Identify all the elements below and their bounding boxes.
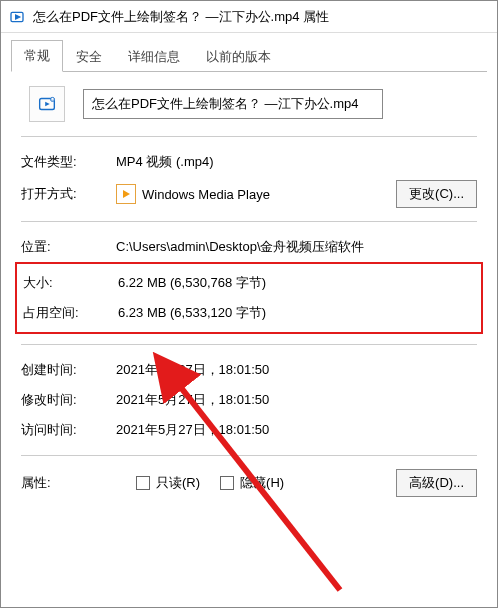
value-openwith: Windows Media Playe	[116, 184, 396, 204]
label-accessed: 访问时间:	[21, 421, 116, 439]
value-created: 2021年5月27日，18:01:50	[116, 361, 477, 379]
value-sizeondisk: 6.23 MB (6,533,120 字节)	[118, 304, 475, 322]
size-highlight: 大小: 6.22 MB (6,530,768 字节) 占用空间: 6.23 MB…	[15, 262, 483, 334]
wmp-icon	[116, 184, 136, 204]
tab-security[interactable]: 安全	[63, 41, 115, 72]
row-location: 位置: C:\Users\admin\Desktop\金舟视频压缩软件	[21, 232, 477, 262]
value-filetype: MP4 视频 (.mp4)	[116, 153, 477, 171]
checkbox-readonly-label: 只读(R)	[156, 474, 200, 492]
window-title: 怎么在PDF文件上绘制签名？ —江下办公.mp4 属性	[33, 8, 329, 26]
checkbox-box-icon	[220, 476, 234, 490]
advanced-button[interactable]: 高级(D)...	[396, 469, 477, 497]
divider	[21, 344, 477, 345]
value-size: 6.22 MB (6,530,768 字节)	[118, 274, 475, 292]
row-sizeondisk: 占用空间: 6.23 MB (6,533,120 字节)	[23, 298, 475, 328]
value-accessed: 2021年5月27日，18:01:50	[116, 421, 477, 439]
checkbox-box-icon	[136, 476, 150, 490]
divider	[21, 136, 477, 137]
divider	[21, 455, 477, 456]
row-modified: 修改时间: 2021年5月27日，18:01:50	[21, 385, 477, 415]
tab-previous-versions[interactable]: 以前的版本	[193, 41, 284, 72]
divider	[21, 221, 477, 222]
file-header: 怎么在PDF文件上绘制签名？ —江下办公.mp4	[29, 86, 477, 122]
tab-strip: 常规 安全 详细信息 以前的版本	[1, 33, 497, 71]
row-created: 创建时间: 2021年5月27日，18:01:50	[21, 355, 477, 385]
row-openwith: 打开方式: Windows Media Playe 更改(C)...	[21, 177, 477, 211]
checkbox-hidden-label: 隐藏(H)	[240, 474, 284, 492]
tab-general[interactable]: 常规	[11, 40, 63, 72]
label-location: 位置:	[21, 238, 116, 256]
label-attributes: 属性:	[21, 474, 116, 492]
change-button[interactable]: 更改(C)...	[396, 180, 477, 208]
checkbox-hidden[interactable]: 隐藏(H)	[220, 474, 284, 492]
checkbox-readonly[interactable]: 只读(R)	[136, 474, 200, 492]
svg-marker-5	[123, 190, 130, 198]
row-accessed: 访问时间: 2021年5月27日，18:01:50	[21, 415, 477, 445]
label-filetype: 文件类型:	[21, 153, 116, 171]
row-size: 大小: 6.22 MB (6,530,768 字节)	[23, 268, 475, 298]
value-modified: 2021年5月27日，18:01:50	[116, 391, 477, 409]
titlebar: 怎么在PDF文件上绘制签名？ —江下办公.mp4 属性	[1, 1, 497, 33]
video-file-icon	[9, 9, 25, 25]
label-sizeondisk: 占用空间:	[23, 304, 118, 322]
svg-marker-3	[45, 102, 50, 107]
label-size: 大小:	[23, 274, 118, 292]
label-openwith: 打开方式:	[21, 185, 116, 203]
row-filetype: 文件类型: MP4 视频 (.mp4)	[21, 147, 477, 177]
file-type-icon	[29, 86, 65, 122]
tab-details[interactable]: 详细信息	[115, 41, 193, 72]
row-attributes: 属性: 只读(R) 隐藏(H) 高级(D)...	[21, 466, 477, 500]
properties-dialog: 怎么在PDF文件上绘制签名？ —江下办公.mp4 属性 常规 安全 详细信息 以…	[0, 0, 498, 608]
tab-content: 怎么在PDF文件上绘制签名？ —江下办公.mp4 文件类型: MP4 视频 (.…	[1, 72, 497, 500]
filename-input[interactable]: 怎么在PDF文件上绘制签名？ —江下办公.mp4	[83, 89, 383, 119]
svg-marker-1	[16, 15, 20, 19]
openwith-app-name: Windows Media Playe	[142, 187, 270, 202]
label-created: 创建时间:	[21, 361, 116, 379]
label-modified: 修改时间:	[21, 391, 116, 409]
value-location: C:\Users\admin\Desktop\金舟视频压缩软件	[116, 238, 477, 256]
